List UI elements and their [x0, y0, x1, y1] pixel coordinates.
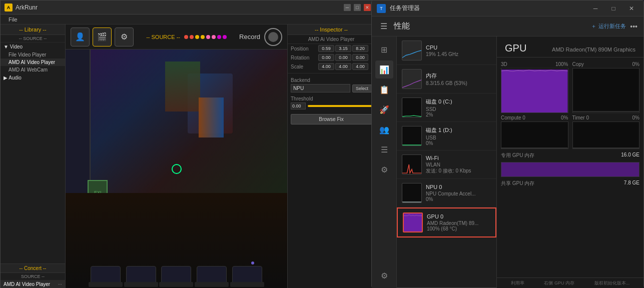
gpu-header: GPU AMD Radeon(TM) 890M Graphics — [497, 36, 643, 58]
lib-item-amd-video[interactable]: AMD AI Video Player — [1, 58, 65, 66]
wifi-pct: 发送: 0 接收: 0 Kbps — [426, 168, 491, 174]
lib-item-amd-webcam[interactable]: AMD AI WebCam — [1, 66, 65, 74]
tank-5 — [232, 266, 262, 284]
concert-header: -- Concert -- — [1, 264, 65, 273]
tm-maximize-button[interactable]: □ — [606, 3, 620, 14]
gpu-timer-label-row: Timer 0 0% — [572, 115, 640, 120]
rotation-y[interactable] — [335, 54, 351, 61]
rotation-z[interactable] — [352, 54, 368, 61]
browse-fix-button[interactable]: Browse Fix — [291, 114, 372, 124]
gpu-3d-pct: 100% — [555, 62, 568, 67]
scale-z[interactable] — [352, 63, 368, 70]
list-item-disk0[interactable]: 磁盘 0 (C:) SSD 2% — [397, 94, 496, 122]
backend-value: NPU — [291, 84, 350, 92]
threshold-input[interactable] — [291, 102, 306, 110]
arkrunr-title: ArkRunr — [16, 4, 344, 11]
tm-more-button[interactable]: ••• — [630, 22, 637, 30]
active-player-item[interactable]: AMD AI Video Player ··· — [1, 280, 65, 288]
audio-section[interactable]: ▶ Audio — [1, 74, 65, 82]
threshold-row: Threshold — [288, 94, 375, 111]
tm-sidebar-performance[interactable]: 📊 — [375, 60, 393, 78]
wifi-sub: WLAN — [426, 162, 491, 168]
arkrunr-titlebar: A ArkRunr ─ □ ✕ — [1, 0, 375, 14]
svg-rect-0 — [404, 214, 422, 232]
tm-sidebar-services[interactable]: ⚙ — [375, 160, 393, 178]
select-button[interactable]: Select — [352, 84, 372, 92]
list-item-disk1[interactable]: 磁盘 1 (D:) USB 0% — [397, 122, 496, 150]
minimize-button[interactable]: ─ — [344, 4, 351, 11]
tm-close-button[interactable]: ✕ — [624, 3, 638, 14]
tm-list-panel: CPU 19% 1.45 GHz 内存 8.3/15.6 GB (53%) — [397, 36, 497, 288]
gpu-compute-section: Compute 0 0% — [501, 115, 568, 149]
gpu-3d-label-row: 3D 100% — [501, 62, 568, 67]
position-z[interactable] — [352, 45, 368, 52]
backend-row: Backend NPU Select — [288, 76, 375, 94]
maximize-button[interactable]: □ — [354, 4, 361, 11]
gpu-graphs-container: 3D 100% Copy — [497, 58, 643, 278]
tank-2 — [126, 266, 156, 284]
tm-sidebar-startup[interactable]: 🚀 — [375, 100, 393, 118]
cpu-sub: 19% 1.45 GHz — [426, 52, 491, 57]
svg-rect-4 — [501, 122, 568, 148]
gpu-title: GPU — [505, 42, 526, 54]
npu-graph — [402, 183, 422, 203]
tm-sidebar-settings[interactable]: ⚙ — [375, 266, 393, 284]
tool-btn-2[interactable]: 🎬 — [93, 28, 112, 46]
footer-label-1: 利用率 — [511, 280, 524, 286]
wifi-graph — [402, 154, 422, 174]
arkrunr-app-icon: A — [5, 4, 13, 12]
wall-left — [66, 50, 91, 205]
gpu-pct: 100% (68 °C) — [427, 226, 490, 232]
record-button[interactable] — [264, 28, 282, 46]
video-section[interactable]: ▼ Video — [1, 42, 65, 51]
dot-2 — [190, 35, 194, 39]
tool-btn-3[interactable]: ⚙ — [115, 28, 134, 46]
tm-body: ⊞ 📊 📋 🚀 👥 ☰ ⚙ ⚙ CPU 19% 1.45 GHz — [372, 36, 643, 288]
active-player-label: AMD AI Video Player — [4, 282, 50, 287]
scene-floor — [66, 193, 287, 288]
gpu-timer-graph — [572, 122, 640, 149]
scene-tanks — [88, 260, 265, 284]
tm-footer-labels: 利用率 右侧 GPU 内存 版权初始化版本... — [497, 278, 643, 288]
record-label: Record — [239, 33, 260, 40]
gpu-copy-label: Copy — [572, 62, 584, 67]
list-item-npu[interactable]: NPU 0 NPU Compute Accel... 0% — [397, 179, 496, 208]
memory-sub: 8.3/15.6 GB (53%) — [426, 80, 491, 86]
inspector-panel: -- Inspector -- AMD Ai Video Player Posi… — [287, 24, 375, 288]
tm-sidebar-details[interactable]: ☰ — [375, 140, 393, 158]
svg-rect-7 — [501, 162, 639, 176]
scale-x[interactable] — [318, 63, 334, 70]
source-label: -- SOURCE -- — [146, 34, 180, 40]
library-source: -- SOURCE -- — [1, 35, 65, 42]
tm-hamburger-icon[interactable]: ☰ — [378, 20, 390, 32]
tool-btn-1[interactable]: 👤 — [71, 28, 90, 46]
gpu-timer-section: Timer 0 0% — [572, 115, 640, 149]
tm-sidebar-overview[interactable]: ⊞ — [375, 40, 393, 58]
scale-y[interactable] — [335, 63, 351, 70]
list-item-wifi[interactable]: Wi-Fi WLAN 发送: 0 接收: 0 Kbps — [397, 150, 496, 179]
rotation-x[interactable] — [318, 54, 334, 61]
tm-new-task-button[interactable]: ＋ 运行新任务 — [591, 22, 626, 30]
disk1-graph — [402, 126, 422, 146]
taskmanager-titlebar: T 任务管理器 ─ □ ✕ — [372, 0, 643, 16]
close-button[interactable]: ✕ — [364, 4, 371, 11]
gpu-compute-pct: 0% — [561, 115, 568, 120]
list-item-memory[interactable]: 内存 8.3/15.6 GB (53%) — [397, 65, 496, 94]
dot-7 — [217, 35, 221, 39]
file-menu[interactable]: File — [5, 16, 22, 22]
tm-sidebar-apphistory[interactable]: 📋 — [375, 80, 393, 98]
gpu-timer-label: Timer 0 — [572, 115, 589, 120]
position-x[interactable] — [318, 45, 334, 52]
list-item-cpu[interactable]: CPU 19% 1.45 GHz — [397, 36, 496, 65]
tm-minimize-button[interactable]: ─ — [588, 3, 602, 14]
tm-sidebar-users[interactable]: 👥 — [375, 120, 393, 138]
inspector-divider — [288, 73, 375, 74]
arkrunr-body: -- Library -- -- SOURCE -- ▼ Video File … — [1, 24, 375, 288]
list-item-gpu[interactable]: GPU 0 AMD Radeon(TM) 89... 100% (68 °C) — [397, 208, 496, 238]
cpu-name: CPU — [426, 44, 491, 50]
tank-1 — [91, 266, 121, 284]
threshold-slider[interactable] — [308, 105, 372, 107]
lib-item-file-video[interactable]: File Video Player — [1, 51, 65, 58]
gpu-3d-section: 3D 100% — [501, 62, 568, 113]
position-y[interactable] — [335, 45, 351, 52]
